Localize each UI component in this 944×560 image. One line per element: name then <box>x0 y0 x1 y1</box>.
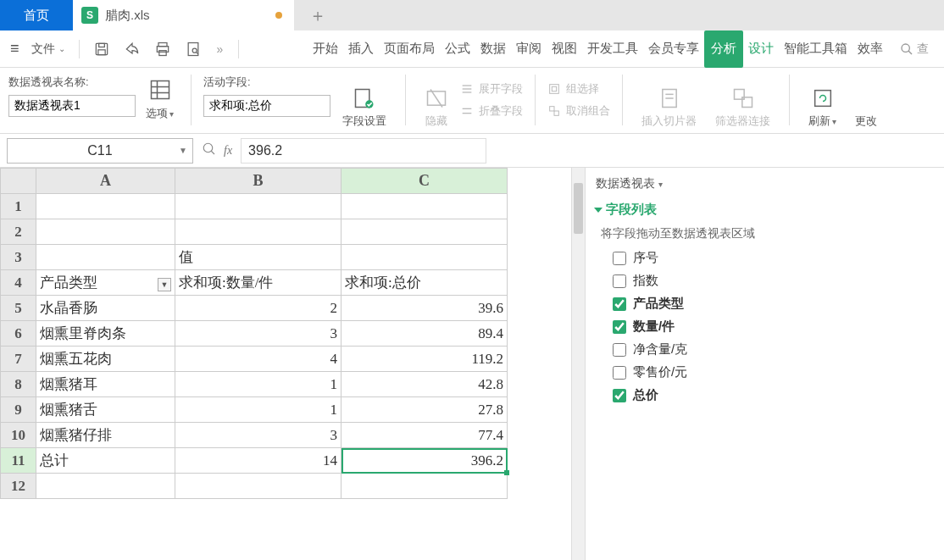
column-header-C[interactable]: C <box>342 169 508 194</box>
row-header-12[interactable]: 12 <box>1 474 36 499</box>
ribbon-tab-efficiency[interactable]: 效率 <box>852 30 888 68</box>
field-checkbox[interactable] <box>613 320 626 334</box>
name-box[interactable]: C11 ▼ <box>7 138 193 164</box>
cell-B10[interactable]: 3 <box>175 423 342 448</box>
field-item[interactable]: 产品类型 <box>613 296 934 312</box>
ribbon-tab-page-layout[interactable]: 页面布局 <box>379 30 440 68</box>
group-select-button[interactable]: 组选择 <box>547 81 610 97</box>
ribbon-tab-member[interactable]: 会员专享 <box>643 30 704 68</box>
cell-B12[interactable] <box>175 474 342 499</box>
cell-A5[interactable]: 水晶香肠 <box>36 296 175 321</box>
row-header-6[interactable]: 6 <box>1 321 36 347</box>
save-icon[interactable] <box>88 41 115 58</box>
ribbon-tab-smart-toolbox[interactable]: 智能工具箱 <box>779 30 852 68</box>
row-header-11[interactable]: 11 <box>1 448 36 474</box>
cell-B9[interactable]: 1 <box>175 397 342 423</box>
share-icon[interactable] <box>119 41 146 58</box>
expand-field-button[interactable]: 展开字段 <box>460 81 523 97</box>
select-all-corner[interactable] <box>1 169 36 194</box>
cell-B5[interactable]: 2 <box>175 296 342 321</box>
cell-C9[interactable]: 27.8 <box>342 397 508 423</box>
ribbon-tab-design[interactable]: 设计 <box>743 30 779 68</box>
row-header-8[interactable]: 8 <box>1 372 36 397</box>
field-item[interactable]: 序号 <box>613 250 934 266</box>
filter-dropdown-icon[interactable]: ▼ <box>158 278 171 291</box>
cell-A3[interactable] <box>36 245 175 270</box>
spreadsheet-grid[interactable]: ABC123值4产品类型▼求和项:数量/件求和项:总价5水晶香肠239.66烟熏… <box>0 168 508 499</box>
tab-home[interactable]: 首页 <box>0 0 73 30</box>
search-button[interactable]: 查 <box>891 42 937 57</box>
cell-B1[interactable] <box>175 194 342 219</box>
cell-A10[interactable]: 烟熏猪仔排 <box>36 423 175 448</box>
cell-B8[interactable]: 1 <box>175 372 342 397</box>
cell-A11[interactable]: 总计 <box>36 448 175 474</box>
ribbon-tab-start[interactable]: 开始 <box>308 30 343 68</box>
column-header-B[interactable]: B <box>175 169 342 194</box>
cell-B6[interactable]: 3 <box>175 321 342 347</box>
cell-B3[interactable]: 值 <box>175 245 342 270</box>
cell-C3[interactable] <box>342 245 508 270</box>
field-settings-button[interactable]: 字段设置 <box>336 75 393 129</box>
file-menu[interactable]: 文件 ⌄ <box>26 42 70 57</box>
print-icon[interactable] <box>149 41 176 58</box>
ribbon-tab-data[interactable]: 数据 <box>475 30 511 68</box>
collapse-field-button[interactable]: 折叠字段 <box>460 103 523 119</box>
chevron-down-icon[interactable]: ▼ <box>179 146 187 155</box>
cell-C11[interactable]: 396.2 <box>342 448 508 474</box>
vertical-scrollbar[interactable] <box>571 168 585 560</box>
cell-A2[interactable] <box>36 219 175 245</box>
row-header-1[interactable]: 1 <box>1 194 36 219</box>
cell-A7[interactable]: 烟熏五花肉 <box>36 347 175 372</box>
new-tab-button[interactable]: ＋ <box>294 0 342 30</box>
more-icon[interactable]: » <box>210 42 230 56</box>
tab-document[interactable]: S 腊肉.xls <box>73 0 294 30</box>
ribbon-tab-review[interactable]: 审阅 <box>511 30 547 68</box>
change-button[interactable]: 更改 <box>848 75 877 129</box>
field-item[interactable]: 零售价/元 <box>613 364 934 380</box>
filter-connection-button[interactable]: 筛选器连接 <box>708 75 777 129</box>
cell-C6[interactable]: 89.4 <box>342 321 508 347</box>
cell-A6[interactable]: 烟熏里脊肉条 <box>36 321 175 347</box>
cell-C10[interactable]: 77.4 <box>342 423 508 448</box>
refresh-button[interactable]: 刷新▾ <box>802 75 843 129</box>
cell-A4[interactable]: 产品类型▼ <box>36 270 175 296</box>
ungroup-button[interactable]: 取消组合 <box>547 103 610 119</box>
row-header-4[interactable]: 4 <box>1 270 36 296</box>
field-item[interactable]: 净含量/克 <box>613 341 934 358</box>
options-button[interactable]: 选项▾ <box>141 75 179 121</box>
cell-C2[interactable] <box>342 219 508 245</box>
formula-input[interactable]: 396.2 <box>241 138 486 164</box>
field-checkbox[interactable] <box>613 297 626 311</box>
field-item[interactable]: 指数 <box>613 273 934 289</box>
row-header-10[interactable]: 10 <box>1 423 36 448</box>
row-header-2[interactable]: 2 <box>1 219 36 245</box>
row-header-7[interactable]: 7 <box>1 347 36 372</box>
cell-A8[interactable]: 烟熏猪耳 <box>36 372 175 397</box>
ribbon-tab-insert[interactable]: 插入 <box>343 30 379 68</box>
field-checkbox[interactable] <box>613 366 626 380</box>
active-field-input[interactable] <box>203 95 330 117</box>
field-item[interactable]: 数量/件 <box>613 319 934 335</box>
cell-C1[interactable] <box>342 194 508 219</box>
ribbon-tab-analyze[interactable]: 分析 <box>704 30 743 68</box>
field-checkbox[interactable] <box>613 274 626 288</box>
cell-A9[interactable]: 烟熏猪舌 <box>36 397 175 423</box>
row-header-3[interactable]: 3 <box>1 245 36 270</box>
row-header-9[interactable]: 9 <box>1 397 36 423</box>
ribbon-tab-dev[interactable]: 开发工具 <box>582 30 643 68</box>
hide-button[interactable]: 隐藏 <box>418 75 455 129</box>
field-list-header[interactable]: 字段列表 <box>596 202 934 218</box>
ribbon-tab-view[interactable]: 视图 <box>547 30 582 68</box>
cell-A12[interactable] <box>36 474 175 499</box>
zoom-icon[interactable] <box>202 141 217 159</box>
field-item[interactable]: 总价 <box>613 387 934 403</box>
panel-title[interactable]: 数据透视表 ▾ <box>596 176 934 191</box>
hamburger-icon[interactable]: ≡ <box>7 40 23 58</box>
cell-C4[interactable]: 求和项:总价 <box>342 270 508 296</box>
fx-icon[interactable]: fx <box>224 144 232 158</box>
row-header-5[interactable]: 5 <box>1 296 36 321</box>
field-checkbox[interactable] <box>613 389 626 402</box>
field-checkbox[interactable] <box>613 252 626 265</box>
cell-C8[interactable]: 42.8 <box>342 372 508 397</box>
cell-B7[interactable]: 4 <box>175 347 342 372</box>
